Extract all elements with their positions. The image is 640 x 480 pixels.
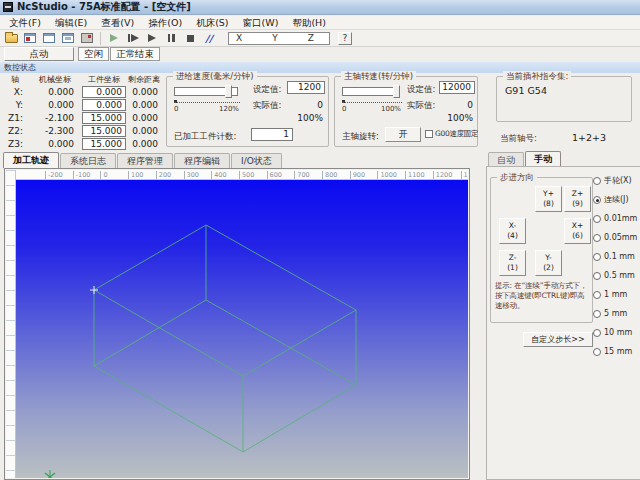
step-option[interactable]: 0.05mm (593, 228, 640, 247)
work-coord-value[interactable]: 15.000 (82, 138, 126, 150)
spindle-on-button[interactable]: 开 (385, 127, 421, 142)
mode-row: 点动 空闲 正常结束 (0, 47, 640, 62)
step-option[interactable]: 10 mm (593, 323, 640, 342)
step-option[interactable]: 连续(J) (593, 190, 640, 209)
jog-button-xminus[interactable]: X-(4) (499, 218, 526, 244)
custom-step-button[interactable]: 自定义步长>> (523, 332, 593, 347)
radio-icon[interactable] (593, 348, 601, 356)
ruler-label: 600 (267, 171, 293, 179)
spindle-actual-value: 0 (443, 100, 473, 110)
breakpoint-icon[interactable]: // (201, 31, 217, 45)
spindle-scale-ticks (342, 102, 402, 103)
coord-row: X:0.0000.0000.000 (2, 85, 162, 98)
jog-key-label: (9) (565, 199, 590, 209)
jog-mode-button[interactable]: 点动 (4, 47, 74, 61)
menu-item[interactable]: 机床(S) (189, 16, 235, 29)
menu-item[interactable]: 查看(V) (94, 16, 141, 29)
machine-icon[interactable] (79, 31, 95, 45)
axis-name: Y: (2, 100, 28, 110)
spindle-slider-handle[interactable] (393, 85, 400, 98)
jog-axis-label: Z- (500, 253, 525, 263)
simulate-window-icon[interactable] (22, 31, 38, 45)
spindle-override-slider[interactable] (342, 87, 400, 96)
radio-icon[interactable] (593, 196, 601, 204)
radio-icon[interactable] (593, 310, 601, 318)
feed-actual-label: 实际值: (253, 100, 281, 112)
menu-item[interactable]: 文件(F) (2, 16, 48, 29)
ruler-label: 800 (322, 171, 348, 179)
radio-icon[interactable] (593, 215, 601, 223)
step-option[interactable]: 0.1 mm (593, 247, 640, 266)
toolpath-canvas[interactable] (16, 180, 468, 478)
menu-item[interactable]: 操作(O) (141, 16, 189, 29)
feed-override-slider[interactable] (174, 87, 238, 96)
stop-icon[interactable] (182, 31, 198, 45)
display-window-icon[interactable] (60, 31, 76, 45)
g00-checkbox[interactable] (425, 130, 433, 138)
machine-coord-value: 0.000 (28, 100, 82, 110)
work-coord-value[interactable]: 15.000 (82, 112, 126, 124)
step-option[interactable]: 0.01mm (593, 209, 640, 228)
ruler-label: 1000 (377, 171, 403, 179)
radio-icon[interactable] (593, 177, 601, 185)
jog-button-zplus[interactable]: Z+(9) (564, 186, 591, 212)
coord-header-cell: 轴 (2, 74, 28, 85)
jog-button-yplus[interactable]: Y+(8) (535, 186, 562, 212)
feed-set-value[interactable]: 1200 (287, 81, 325, 94)
jog-axis-label: X+ (565, 221, 590, 231)
radio-icon[interactable] (593, 234, 601, 242)
spindle-set-value[interactable]: 12000 (439, 81, 475, 94)
radio-icon[interactable] (593, 272, 601, 280)
pause-icon[interactable] (163, 31, 179, 45)
work-coord-value[interactable]: 15.000 (82, 125, 126, 137)
open-file-icon[interactable] (3, 31, 19, 45)
jog-button-zminus[interactable]: Z-(1) (499, 250, 526, 276)
spindle-actual-label: 实际值: (407, 100, 435, 112)
coord-header-cell: 机械坐标 (28, 74, 82, 85)
window-title: NcStudio - 75A标准配置 - [空文件] (17, 0, 191, 14)
feed-slider-handle[interactable] (225, 85, 232, 98)
tab-手动[interactable]: 手动 (525, 151, 561, 166)
machine-coord-value: -2.100 (28, 113, 82, 123)
axis-display-field[interactable]: X Y Z (228, 32, 330, 45)
ruler-label: 0 (100, 171, 126, 179)
tab-程序编辑[interactable]: 程序编辑 (174, 153, 230, 168)
step-run-icon[interactable] (125, 31, 141, 45)
tab-系统日志[interactable]: 系统日志 (60, 153, 116, 168)
tab-程序管理[interactable]: 程序管理 (117, 153, 173, 168)
coord-row: Z3:0.00015.0000.000 (2, 137, 162, 150)
jog-key-label: (1) (500, 263, 525, 273)
help-button[interactable]: ? (338, 32, 352, 45)
ruler-label: 1300 (461, 171, 469, 179)
menu-item[interactable]: 帮助(H) (285, 16, 333, 29)
step-option-label: 0.1 mm (604, 252, 635, 261)
step-option[interactable]: 手轮(X) (593, 171, 640, 190)
work-coord-value[interactable]: 0.000 (82, 86, 126, 98)
ruler-label: 100 (128, 171, 154, 179)
menu-item[interactable]: 窗口(W) (236, 16, 286, 29)
step-option[interactable]: 5 mm (593, 304, 640, 323)
step-option[interactable]: 15 mm (593, 342, 640, 361)
tab-加工轨迹[interactable]: 加工轨迹 (3, 152, 59, 168)
step-direction-title: 步进方向 (497, 172, 537, 184)
workpiece-count-value[interactable]: 1 (251, 128, 293, 141)
menu-item[interactable]: 编辑(E) (48, 16, 94, 29)
remain-distance-value: 0.000 (126, 139, 162, 149)
coord-row: Y:0.0000.0000.000 (2, 98, 162, 111)
jog-button-yminus[interactable]: Y-(2) (535, 250, 562, 276)
radio-icon[interactable] (593, 291, 601, 299)
radio-icon[interactable] (593, 329, 601, 337)
step-option[interactable]: 1 mm (593, 285, 640, 304)
tab-自动[interactable]: 自动 (488, 152, 524, 166)
toolbar: // X Y Z ? (0, 30, 640, 47)
tab-I/O状态[interactable]: I/O状态 (231, 153, 282, 168)
new-window-icon[interactable] (41, 31, 57, 45)
work-coord-value[interactable]: 0.000 (82, 99, 126, 111)
run-icon[interactable] (144, 31, 160, 45)
radio-icon[interactable] (593, 253, 601, 261)
jog-button-xplus[interactable]: X+(6) (564, 218, 591, 244)
remain-distance-value: 0.000 (126, 113, 162, 123)
g00-option[interactable]: G00速度固定 (425, 129, 478, 139)
demo-run-icon[interactable] (106, 31, 122, 45)
step-option[interactable]: 0.5 mm (593, 266, 640, 285)
